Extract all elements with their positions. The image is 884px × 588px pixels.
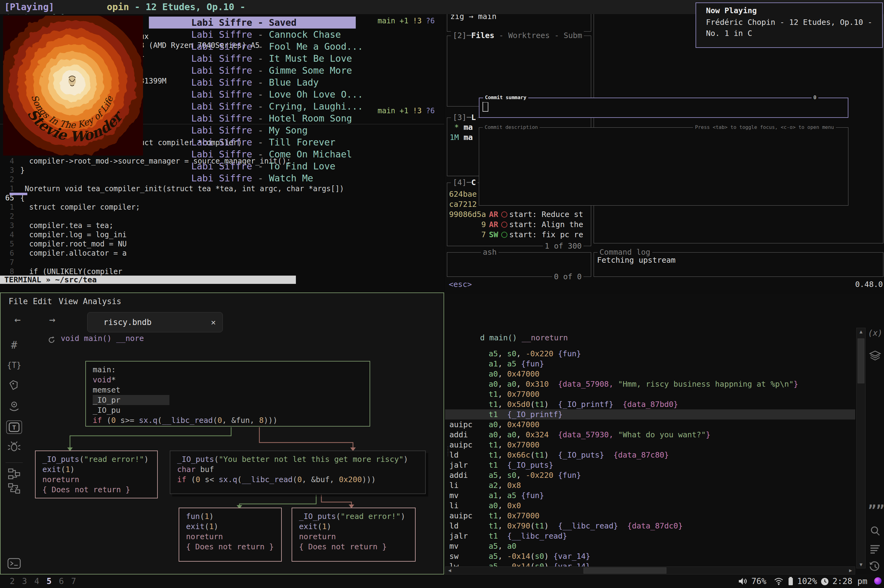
workspace-5[interactable]: 5 [43, 574, 55, 588]
commit-row[interactable]: 9ARstart: Align the [449, 219, 591, 230]
instruction-row[interactable]: t1, 0x77000 [449, 389, 798, 399]
graph-node-read-error[interactable]: _IO_puts("read error!")exit(1)noreturn{ … [35, 450, 158, 498]
history-icon[interactable] [868, 560, 882, 573]
playlist-item[interactable]: Labi Siffre - Love Oh Love O... [149, 88, 356, 100]
horizontal-scrollbar[interactable]: ◀ ▶ [445, 567, 855, 574]
tab-close-icon[interactable]: ✕ [211, 312, 216, 332]
code-line: 5 compiler.root_mod = NU [0, 239, 344, 249]
graph-node-main[interactable]: main:void*memset_IO_pr_IO_puif (0 s>= sx… [86, 361, 370, 427]
volume-level: 76% [751, 574, 767, 588]
graph-hierarchy-icon[interactable] [6, 467, 22, 481]
playlist-item[interactable]: Labi Siffre - Come On Michael [149, 148, 356, 160]
flow-view-icon[interactable] [6, 482, 22, 495]
disassembly-panel[interactable]: d main() __noreturn a5, s0, -0x220 {fun}… [445, 294, 884, 574]
scroll-left-icon[interactable]: ◀ [446, 567, 453, 574]
playlist-item[interactable]: Labi Siffre - Cannock Chase [149, 28, 356, 40]
instruction-row[interactable]: auipca0, 0x47000 [449, 420, 798, 430]
horizontal-scroll-thumb[interactable] [584, 567, 666, 574]
playlist-item[interactable]: Labi Siffre - My Song [149, 124, 356, 136]
instruction-row[interactable]: auipct1, 0x77000 [449, 440, 798, 450]
function-breadcrumb[interactable]: void main() __nore [61, 334, 144, 343]
workspace-6[interactable]: 6 [55, 574, 68, 588]
instruction-row[interactable]: ldt1, 0x66c(t1) {_IO_puts} {data_87c80} [449, 450, 798, 460]
scroll-up-icon[interactable]: ▲ [857, 328, 865, 334]
scroll-down-icon[interactable]: ▼ [857, 562, 865, 567]
refresh-icon[interactable] [47, 335, 57, 345]
instruction-row[interactable]: a0, a0, 0x310 {data_57908, "Hmm, riscy b… [449, 379, 798, 389]
commits-panel-title: C [471, 178, 476, 187]
instruction-row[interactable]: a5, s0, -0x220 {fun} [449, 349, 798, 359]
instruction-row[interactable]: lia2, 0x8 [449, 480, 798, 490]
types-icon[interactable]: {T} [6, 358, 22, 372]
graph-node-riscy[interactable]: _IO_puts("You better not let this get mo… [170, 450, 426, 494]
graph-node-read-error-2[interactable]: _IO_puts("read error!")exit(1)noreturn{ … [291, 508, 416, 562]
nav-back-button[interactable]: ← [14, 314, 21, 326]
commit-description-popup[interactable]: Commit description Press <tab> to toggle… [479, 128, 848, 206]
tag-icon[interactable] [6, 379, 22, 392]
tab-riscy-bndb[interactable]: riscy.bndb ✕ [87, 312, 223, 332]
playlist-item[interactable]: Labi Siffre - Fool Me a Good... [149, 40, 356, 52]
instruction-row[interactable]: mva5, a0 [449, 541, 798, 551]
search-icon[interactable] [868, 525, 882, 537]
playlist-item[interactable]: Labi Siffre - Crying, Laughi... [149, 100, 356, 112]
strings-quotes-icon[interactable]: ”” [868, 506, 882, 515]
menu-item-edit[interactable]: Edit [33, 297, 52, 306]
variables-icon[interactable]: (x) [868, 328, 882, 338]
menu-item-view[interactable]: View [59, 297, 78, 306]
playlist-item[interactable]: Labi Siffre - Watch Me [149, 172, 356, 184]
workspace-4[interactable]: 4 [31, 574, 43, 588]
tray-indicator-dot[interactable] [874, 577, 881, 585]
playlist-item[interactable]: Labi Siffre - Till Forever [149, 136, 356, 148]
instruction-row[interactable]: t1 {_IO_printf} [449, 410, 798, 420]
commit-summary-popup[interactable]: Commit summary 0 [479, 98, 848, 118]
panel-drag-handle[interactable]: ⋮⋮⋮ [446, 447, 450, 456]
workspace-7[interactable]: 7 [68, 574, 80, 588]
instruction-row[interactable]: auipct1, 0x77000 [449, 511, 798, 521]
bug-icon[interactable] [6, 440, 22, 454]
player-progress-bar[interactable] [9, 193, 27, 195]
commit-row[interactable]: 7SWstart: fix pc re [449, 230, 591, 240]
terminal-icon[interactable] [6, 557, 22, 570]
strings-icon[interactable]: T [6, 420, 22, 434]
nav-forward-button[interactable]: → [49, 314, 55, 326]
vertical-scrollbar[interactable]: ▲ ▼ [856, 328, 866, 568]
vertical-scroll-thumb[interactable] [858, 339, 864, 383]
instruction-row[interactable]: lia0, 0x0 [449, 501, 798, 511]
menu-item-file[interactable]: File [9, 297, 28, 306]
symbols-hash-icon[interactable]: # [6, 338, 22, 352]
instruction-row[interactable]: jalrt1 {_IO_puts} [449, 460, 798, 470]
instruction-row[interactable]: ldt1, 0x790(t1) {__libc_read} {data_87dc… [449, 521, 798, 531]
code-line: 8 if (UNLIKELY(compiler [0, 267, 344, 276]
instruction-row[interactable]: t1, 0x5d0(t1) {_IO_printf} {data_87bd0} [449, 399, 798, 410]
instruction-row[interactable]: a1, a5 {fun} [449, 359, 798, 369]
playlist-item[interactable]: Labi Siffre - It Must Be Love [149, 52, 356, 64]
instruction-row[interactable]: a0, 0x47000 [449, 369, 798, 379]
location-pin-icon[interactable] [6, 400, 22, 413]
commit-row[interactable]: 99086d5aARstart: Reduce st [449, 209, 591, 219]
playlist-item[interactable]: Labi Siffre - Gimme Some More [149, 64, 356, 76]
instruction-row[interactable]: mva1, a5 {fun} [449, 490, 798, 501]
git-status-segment: main+1!3?6 [373, 16, 435, 25]
menu-item-analysis[interactable]: Analysis [83, 297, 121, 306]
layers-icon[interactable] [868, 350, 882, 362]
playlist-item[interactable]: Labi Siffre - To Find Love [149, 160, 356, 172]
workspace-3[interactable]: 3 [18, 574, 31, 588]
workspace-2[interactable]: 2 [6, 574, 18, 588]
git-branch: main [378, 16, 395, 25]
graph-node-line: char buf [177, 464, 425, 474]
graph-node-fun[interactable]: fun(1)exit(1)noreturn{ Does not return } [179, 508, 282, 562]
commit-summary-cursor[interactable] [483, 102, 488, 112]
log-lines-icon[interactable] [868, 543, 882, 555]
graph-node-line: _IO_pu [93, 405, 369, 415]
instruction-row[interactable]: addia0, a0, 0x324 {data_57930, "What do … [449, 430, 798, 440]
instruction-row[interactable]: jalrt1 {__libc_read} [449, 531, 798, 541]
files-panel-index: [2] [453, 31, 467, 40]
now-playing-notification[interactable]: Now Playing Frédéric Chopin - 12 Etudes,… [696, 3, 883, 48]
scroll-right-icon[interactable]: ▶ [847, 567, 854, 574]
instruction-row[interactable]: addia5, s0, -0x220 {fun} [449, 470, 798, 480]
playlist-item[interactable]: Labi Siffre - Blue Lady [149, 76, 356, 88]
stash-panel[interactable]: ash 0 of 0 [447, 252, 591, 277]
instruction-row[interactable]: swa5, -0x14(s0) {var_14} [449, 551, 798, 561]
playlist-item[interactable]: Labi Siffre - Hotel Room Song [149, 112, 356, 124]
playlist-item[interactable]: Labi Siffre - Saved [149, 16, 356, 28]
